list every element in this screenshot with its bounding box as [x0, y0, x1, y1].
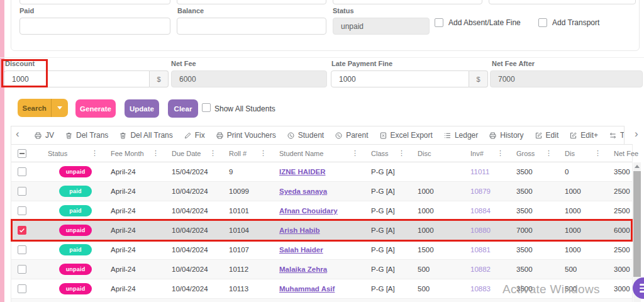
- student-name-link[interactable]: Syeda sanaya: [279, 187, 327, 195]
- cropped-input-1[interactable]: [19, 0, 170, 4]
- toolbar-item-student[interactable]: Student: [287, 131, 324, 140]
- table-row-10112[interactable]: unpaidApril-2410/04/202410112Malaika Zeh…: [11, 260, 632, 279]
- table-row-10107[interactable]: paidApril-2410/04/202410107Salah HaiderP…: [11, 240, 632, 260]
- row-checkbox[interactable]: [18, 206, 26, 215]
- absent-late-fine-checkbox-group[interactable]: Add Absent/Late Fine: [435, 18, 521, 27]
- dis-cell: 1000: [565, 226, 614, 234]
- column-menu-icon[interactable]: ⋮: [545, 149, 565, 157]
- roll-cell: 9: [229, 168, 279, 176]
- invoice-link[interactable]: 10881: [470, 246, 491, 254]
- student-name-link[interactable]: Afnan Chouidary: [279, 207, 338, 215]
- column-menu-icon[interactable]: ⋮: [91, 149, 111, 157]
- scrollbar-thumb[interactable]: [633, 171, 641, 277]
- list-icon: [443, 131, 452, 140]
- table-row-10101[interactable]: paidApril-2410/04/202410101Afnan Chouida…: [11, 201, 632, 221]
- student-name-cell: Salah Haider: [279, 246, 371, 254]
- toolbar-item-edit[interactable]: Edit: [535, 131, 559, 140]
- update-button[interactable]: Update: [125, 99, 159, 118]
- table-row-10104[interactable]: unpaidApril-2410/04/202410104Arish Habib…: [11, 221, 632, 240]
- row-checkbox[interactable]: [18, 265, 26, 274]
- column-header-student-name[interactable]: Student Name⋮: [279, 145, 371, 162]
- toolbar-item-jv[interactable]: JV: [34, 131, 54, 140]
- column-header-gross[interactable]: Gross⋮: [516, 145, 565, 162]
- toolbar-item-edit[interactable]: Edit+: [569, 131, 598, 140]
- invoice-link[interactable]: 10882: [470, 266, 491, 273]
- clear-button[interactable]: Clear: [168, 99, 198, 118]
- net-fee-after-input[interactable]: [490, 70, 643, 87]
- toolbar-item-parent[interactable]: Parent: [335, 131, 368, 140]
- column-header-status[interactable]: Status⋮: [48, 145, 111, 162]
- row-checkbox[interactable]: [18, 245, 26, 254]
- table-row-10099[interactable]: paidApril-2410/04/202410099Syeda sanayaP…: [11, 182, 632, 201]
- select-all-checkbox[interactable]: [18, 149, 26, 158]
- scrollbar-up-icon[interactable]: [635, 165, 640, 168]
- toolbar-item-fix[interactable]: Fix: [184, 131, 205, 140]
- cropped-input-4[interactable]: [489, 0, 636, 4]
- student-name-link[interactable]: Malaika Zehra: [279, 266, 327, 273]
- row-checkbox[interactable]: [18, 284, 26, 293]
- toolbar-item-print-vouchers[interactable]: Print Vouchers: [216, 131, 276, 140]
- toolbar-item-del-all-trans[interactable]: Del All Trans: [119, 131, 172, 140]
- student-name-link[interactable]: Salah Haider: [279, 246, 323, 254]
- student-name-cell: Arish Habib: [279, 226, 371, 234]
- column-header-roll[interactable]: Roll #⋮: [229, 145, 279, 162]
- row-checkbox[interactable]: [18, 226, 26, 235]
- toolbar-scroll-left-icon[interactable]: ‹: [16, 128, 19, 140]
- discount-input[interactable]: [4, 70, 150, 87]
- status-input[interactable]: [333, 18, 430, 35]
- discount-label: Discount: [5, 60, 35, 67]
- transport-checkbox-group[interactable]: Add Transport: [538, 18, 599, 27]
- absent-late-fine-checkbox[interactable]: [435, 18, 443, 27]
- toolbar-scroll-right-icon[interactable]: ›: [635, 128, 638, 140]
- search-button[interactable]: Search: [18, 99, 68, 117]
- show-all-students-checkbox[interactable]: [202, 103, 211, 112]
- row-checkbox[interactable]: [18, 167, 26, 176]
- invoice-link[interactable]: 10883: [470, 285, 491, 293]
- transfer-icon: [609, 131, 617, 140]
- toolbar-items: JVDel TransDel All TransFixPrint Voucher…: [11, 126, 625, 145]
- column-header-dis[interactable]: Dis⋮: [565, 145, 614, 162]
- student-name-link[interactable]: Arish Habib: [279, 226, 320, 234]
- status-cell: paid: [48, 205, 111, 217]
- invoice-link[interactable]: 11011: [470, 168, 489, 176]
- late-payment-fine-input[interactable]: [331, 70, 469, 87]
- paid-input[interactable]: [19, 18, 170, 35]
- invoice-link[interactable]: 10884: [470, 207, 491, 215]
- column-menu-icon[interactable]: ⋮: [398, 149, 418, 157]
- column-menu-icon[interactable]: ⋮: [260, 149, 279, 157]
- balance-input[interactable]: [177, 18, 326, 35]
- toolbar-item-ledger[interactable]: Ledger: [443, 131, 478, 140]
- table-row-9[interactable]: unpaidApril-2415/04/20249IZNE HAIDERP-G …: [11, 162, 632, 182]
- student-name-link[interactable]: IZNE HAIDER: [279, 168, 325, 176]
- column-header-fee-month[interactable]: Fee Month⋮: [111, 145, 172, 162]
- toolbar-item-del-trans[interactable]: Del Trans: [65, 131, 108, 140]
- table-row-8[interactable]: paid: [11, 299, 632, 302]
- column-menu-icon[interactable]: ⋮: [594, 149, 614, 157]
- net-fee-input[interactable]: [171, 70, 327, 87]
- column-menu-icon[interactable]: ⋮: [352, 149, 371, 157]
- toolbar-item-transfer[interactable]: Transfer: [609, 131, 625, 140]
- column-header-disc[interactable]: Disc: [418, 145, 470, 162]
- due-date-cell: 10/04/2024: [172, 187, 229, 195]
- cropped-input-2[interactable]: [177, 0, 326, 4]
- column-header-inv[interactable]: Inv#⋮: [470, 145, 516, 162]
- invoice-link[interactable]: 10880: [470, 226, 491, 234]
- column-header-class[interactable]: Class⋮: [371, 145, 418, 162]
- search-dropdown-toggle[interactable]: [51, 99, 68, 117]
- cropped-input-3[interactable]: [333, 0, 482, 4]
- column-menu-icon[interactable]: ⋮: [497, 149, 516, 157]
- invoice-cell: 10879: [470, 187, 516, 195]
- column-header-due-date[interactable]: Due Date⋮: [172, 145, 229, 162]
- transport-checkbox[interactable]: [538, 18, 547, 27]
- column-menu-icon[interactable]: ⋮: [152, 149, 172, 157]
- generate-button[interactable]: Generate: [75, 99, 116, 118]
- toolbar-item-excel-export[interactable]: Excel Export: [379, 131, 433, 140]
- toolbar-item-history[interactable]: History: [489, 131, 523, 140]
- gross-cell: 3500: [516, 246, 565, 254]
- invoice-cell: 11011: [470, 168, 516, 176]
- column-menu-icon[interactable]: ⋮: [209, 149, 229, 157]
- row-checkbox[interactable]: [18, 187, 26, 196]
- student-name-link[interactable]: Muhammad Asif: [279, 285, 335, 293]
- column-header-net-fee[interactable]: Net Fee: [614, 145, 633, 162]
- invoice-link[interactable]: 10879: [470, 187, 491, 195]
